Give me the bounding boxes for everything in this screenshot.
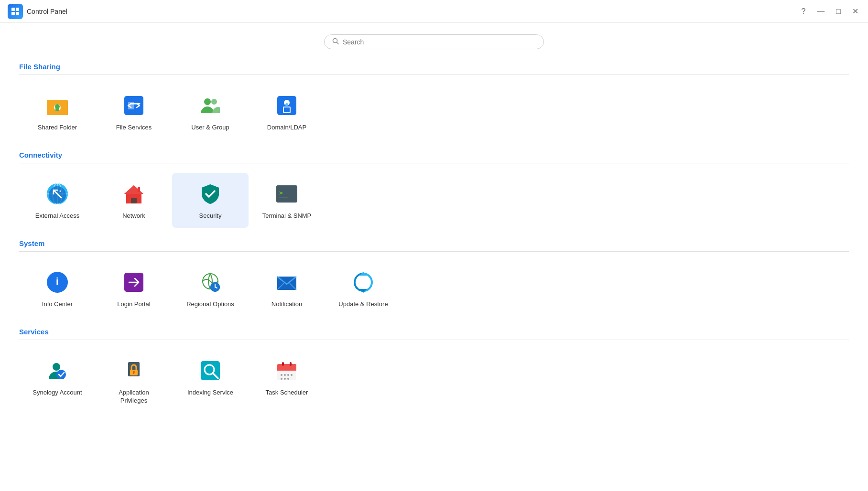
search-icon [332, 38, 339, 46]
svg-rect-63 [282, 362, 284, 366]
item-domain-ldap[interactable]: Domain/LDAP [249, 85, 325, 139]
item-security[interactable]: Security [172, 173, 249, 228]
regional-options-icon [197, 269, 224, 296]
item-external-access[interactable]: External Access [19, 173, 96, 228]
maximize-button[interactable]: □ [834, 5, 843, 18]
info-center-icon: i [44, 269, 71, 296]
svg-rect-0 [11, 8, 15, 11]
domain-ldap-icon [273, 92, 300, 119]
file-services-label: File Services [116, 124, 152, 132]
indexing-service-label: Indexing Service [187, 389, 233, 397]
file-sharing-divider [19, 75, 849, 75]
info-center-label: Info Center [42, 300, 73, 309]
item-login-portal[interactable]: Login Portal [96, 261, 172, 316]
svg-rect-23 [49, 186, 66, 203]
svg-rect-16 [284, 107, 290, 112]
svg-point-17 [285, 103, 288, 106]
svg-point-70 [284, 378, 286, 380]
item-info-center[interactable]: i Info Center [19, 261, 96, 316]
search-bar [19, 34, 849, 49]
item-shared-folder[interactable]: Shared Folder [19, 85, 96, 139]
minimize-button[interactable]: — [815, 5, 826, 18]
services-grid: Synology Account [19, 350, 849, 413]
item-network[interactable]: Network [96, 173, 172, 228]
services-divider [19, 340, 849, 340]
search-container [324, 34, 544, 49]
task-scheduler-label: Task Scheduler [266, 389, 308, 397]
services-title: Services [19, 328, 849, 336]
item-user-group[interactable]: User & Group [172, 85, 249, 139]
item-indexing-service[interactable]: Indexing Service [172, 350, 249, 413]
application-privileges-label: Application Privileges [119, 389, 149, 405]
item-update-restore[interactable]: Update & Restore [325, 261, 401, 316]
svg-point-66 [284, 374, 286, 376]
security-icon [197, 181, 224, 207]
task-scheduler-icon [273, 357, 300, 384]
system-divider [19, 251, 849, 252]
external-access-label: External Access [35, 212, 80, 220]
svg-rect-30 [131, 198, 137, 203]
svg-point-65 [281, 374, 282, 376]
section-services: Services Synology Account [19, 328, 849, 413]
login-portal-icon [120, 269, 147, 296]
item-application-privileges[interactable]: Application Privileges [96, 350, 172, 413]
item-notification[interactable]: Notification [249, 261, 325, 316]
svg-rect-56 [133, 372, 134, 374]
item-file-services[interactable]: File Services [96, 85, 172, 139]
item-terminal-snmp[interactable]: >_ Terminal & SNMP [249, 173, 325, 228]
content-area: File Sharing Shared Folder [0, 23, 868, 491]
svg-text:>_: >_ [279, 189, 287, 196]
shared-folder-icon [44, 92, 71, 119]
svg-point-68 [291, 374, 293, 376]
connectivity-divider [19, 163, 849, 163]
svg-rect-64 [290, 362, 292, 366]
title-bar-left: Control Panel [8, 4, 67, 19]
section-connectivity: Connectivity External Ac [19, 151, 849, 228]
svg-point-11 [204, 98, 211, 105]
item-task-scheduler[interactable]: Task Scheduler [249, 350, 325, 413]
system-title: System [19, 239, 849, 247]
section-file-sharing: File Sharing Shared Folder [19, 63, 849, 139]
notification-icon [273, 269, 300, 296]
item-regional-options[interactable]: Regional Options [172, 261, 249, 316]
app-title: Control Panel [27, 8, 67, 15]
svg-point-50 [53, 363, 60, 371]
user-group-label: User & Group [191, 124, 229, 132]
file-sharing-grid: Shared Folder File Services [19, 85, 849, 139]
login-portal-label: Login Portal [117, 300, 150, 309]
security-label: Security [199, 212, 222, 220]
file-sharing-title: File Sharing [19, 63, 849, 71]
application-privileges-icon [120, 357, 147, 384]
help-button[interactable]: ? [799, 5, 807, 18]
user-group-icon [197, 92, 224, 119]
svg-rect-9 [55, 107, 59, 111]
connectivity-grid: External Access [19, 173, 849, 228]
svg-rect-2 [11, 12, 15, 15]
update-restore-icon [350, 269, 377, 296]
svg-point-51 [56, 370, 66, 379]
title-bar: Control Panel ? — □ ✕ [0, 0, 868, 23]
network-icon [120, 181, 147, 207]
synology-account-label: Synology Account [33, 389, 82, 397]
search-input[interactable] [343, 38, 536, 46]
synology-account-icon [44, 357, 71, 384]
terminal-snmp-icon: >_ [273, 181, 300, 207]
external-access-icon [44, 181, 71, 207]
close-button[interactable]: ✕ [850, 5, 860, 18]
domain-ldap-label: Domain/LDAP [267, 124, 306, 132]
title-bar-controls: ? — □ ✕ [799, 5, 860, 18]
svg-point-12 [211, 99, 217, 105]
shared-folder-label: Shared Folder [38, 124, 77, 132]
update-restore-label: Update & Restore [338, 300, 388, 309]
svg-point-67 [287, 374, 289, 376]
connectivity-title: Connectivity [19, 151, 849, 159]
indexing-service-icon [197, 357, 224, 384]
regional-options-label: Regional Options [186, 300, 234, 309]
svg-line-5 [337, 43, 339, 44]
svg-point-71 [287, 378, 289, 380]
app-icon [8, 4, 23, 19]
svg-text:i: i [56, 276, 59, 287]
svg-rect-3 [16, 12, 19, 15]
svg-rect-62 [277, 368, 296, 371]
item-synology-account[interactable]: Synology Account [19, 350, 96, 413]
